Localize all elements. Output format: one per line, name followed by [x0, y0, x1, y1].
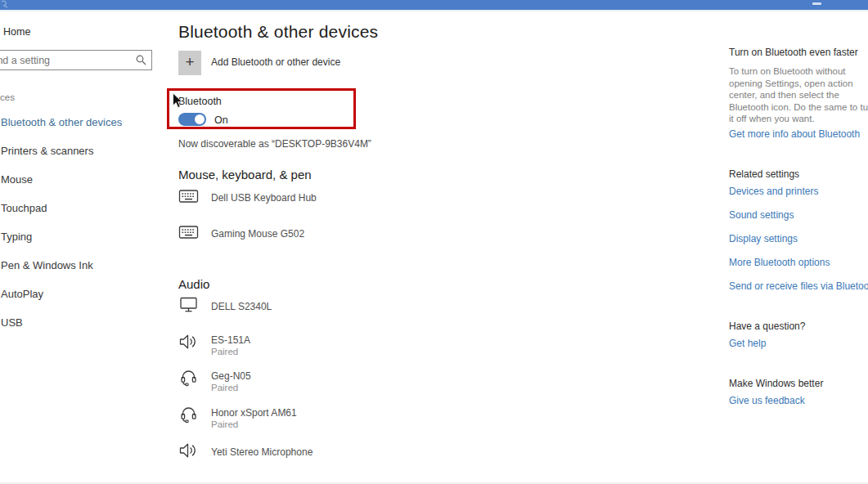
page-title: Bluetooth & other devices — [178, 22, 378, 42]
bluetooth-toggle-label: Bluetooth — [178, 96, 222, 107]
add-device-label[interactable]: Add Bluetooth or other device — [211, 56, 340, 68]
device-name: ES-151A — [211, 334, 250, 346]
window-titlebar[interactable] — [0, 0, 868, 10]
link-give-feedback[interactable]: Give us feedback — [729, 395, 805, 406]
link-get-help[interactable]: Get help — [729, 338, 766, 349]
device-status: Paired — [211, 383, 238, 392]
search-box — [0, 50, 152, 70]
sidebar-item-usb[interactable]: USB — [1, 316, 23, 329]
tip-title: Turn on Bluetooth even faster — [729, 47, 858, 58]
keyboard-icon — [178, 223, 200, 241]
device-name: Honor xSport AM61 — [211, 407, 297, 419]
section-heading-audio: Audio — [178, 277, 209, 291]
sidebar-item-bluetooth[interactable]: Bluetooth & other devices — [1, 116, 122, 128]
device-name: Gaming Mouse G502 — [211, 228, 304, 240]
device-status: Paired — [211, 347, 238, 356]
headset-icon — [178, 406, 200, 424]
link-more-info-bluetooth[interactable]: Get more info about Bluetooth — [729, 128, 860, 140]
plus-icon: + — [185, 53, 194, 70]
titlebar-text-fragment — [0, 0, 8, 9]
device-row-honor-xsport[interactable]: Honor xSport AM61 Paired — [178, 406, 473, 437]
device-name: Yeti Stereo Microphone — [211, 446, 313, 458]
have-a-question-title: Have a question? — [729, 320, 805, 332]
make-windows-better-title: Make Windows better — [729, 378, 823, 389]
device-row-dell-keyboard[interactable]: Dell USB Keyboard Hub — [178, 187, 473, 218]
related-settings-title: Related settings — [729, 168, 799, 180]
device-row-geg-n05[interactable]: Geg-N05 Paired — [178, 369, 473, 400]
headset-icon — [178, 369, 200, 387]
add-device-button[interactable]: + — [178, 51, 201, 75]
section-heading-mouse-keyboard-pen: Mouse, keyboard, & pen — [178, 168, 312, 182]
link-send-receive-files[interactable]: Send or receive files via Bluetooth — [729, 280, 868, 292]
monitor-icon — [178, 296, 200, 314]
sidebar-item-typing[interactable]: Typing — [1, 231, 32, 243]
device-row-es151a[interactable]: ES-151A Paired — [178, 333, 473, 364]
sidebar-section-devices: Devices — [0, 92, 15, 102]
link-devices-and-printers[interactable]: Devices and printers — [729, 186, 818, 197]
sidebar-item-touchpad[interactable]: Touchpad — [1, 202, 47, 214]
device-name: Dell USB Keyboard Hub — [211, 192, 317, 204]
keyboard-icon — [178, 187, 200, 205]
discoverable-status-text: Now discoverable as “DESKTOP-9B36V4M” — [178, 138, 371, 150]
link-more-bluetooth-options[interactable]: More Bluetooth options — [729, 257, 830, 268]
sidebar-item-printers[interactable]: Printers & scanners — [1, 145, 93, 157]
device-row-dell-monitor[interactable]: DELL S2340L — [178, 296, 473, 327]
link-sound-settings[interactable]: Sound settings — [729, 209, 794, 221]
search-icon[interactable] — [136, 55, 146, 65]
sidebar-item-mouse[interactable]: Mouse — [1, 173, 33, 186]
search-input[interactable] — [0, 51, 134, 69]
device-name: Geg-N05 — [211, 370, 251, 382]
titlebar-button-fragment[interactable] — [812, 2, 821, 5]
sidebar-item-pen[interactable]: Pen & Windows Ink — [1, 259, 93, 271]
link-display-settings[interactable]: Display settings — [729, 233, 798, 244]
speaker-icon — [178, 441, 200, 459]
bluetooth-toggle[interactable] — [178, 113, 206, 126]
device-row-gaming-mouse[interactable]: Gaming Mouse G502 — [178, 223, 473, 254]
toggle-knob — [195, 114, 205, 124]
tip-body-text: To turn on Bluetooth without opening Set… — [729, 65, 868, 125]
settings-window: Home Devices Bluetooth & other devices P… — [0, 0, 868, 484]
sidebar-item-autoplay[interactable]: AutoPlay — [1, 288, 43, 300]
device-status: Paired — [211, 419, 238, 429]
titlebar-divider — [0, 10, 868, 11]
bluetooth-toggle-state: On — [214, 114, 228, 126]
speaker-icon — [178, 333, 200, 351]
device-name: DELL S2340L — [211, 301, 272, 312]
device-row-yeti-microphone[interactable]: Yeti Stereo Microphone — [178, 441, 473, 473]
sidebar-item-home[interactable]: Home — [3, 26, 30, 38]
